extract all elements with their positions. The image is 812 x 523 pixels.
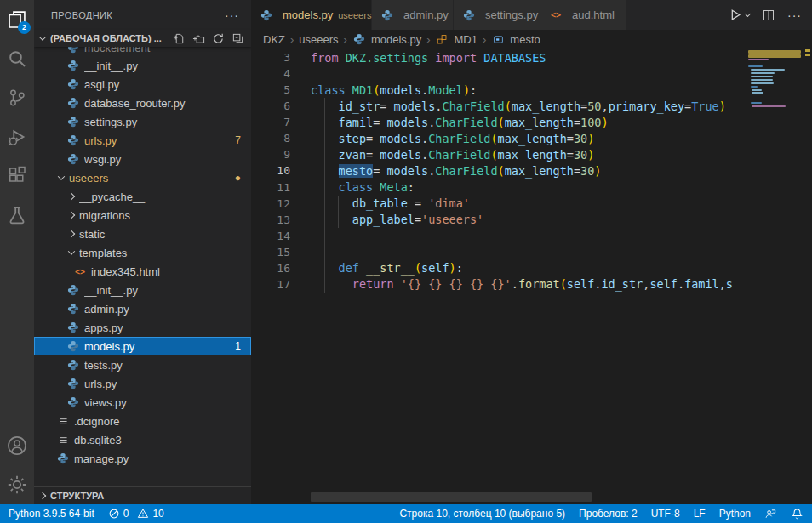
tree-file-urls.py[interactable]: urls.py [34,374,251,393]
tab-models.py[interactable]: models.pyuseeers1× [251,0,372,30]
code-line-6: 6 id_str= models.CharField(max_length=50… [251,98,747,114]
tree-item-label: static [79,228,251,241]
run-python-file-icon[interactable] [728,8,750,22]
tree-file-settings.py[interactable]: settings.py [34,112,251,131]
tree-file-__init__.py[interactable]: __init__.py [34,56,251,75]
statusbar-python-interpreter[interactable]: Python 3.9.5 64-bit [9,508,94,520]
activity-search[interactable] [0,39,34,78]
tree-file-__init__.py[interactable]: __init__.py [34,281,251,299]
code-token: 30 [580,164,594,178]
code-token [394,277,401,291]
activity-explorer[interactable]: 2 [0,0,34,39]
code-line-3: 3from DKZ.settings import DATABASES [251,49,747,65]
code-token: __str__ [366,261,415,275]
activity-run-debug[interactable] [0,117,34,156]
tree-file-models.py[interactable]: models.py1 [34,337,251,355]
tree-folder-useeers[interactable]: useeers● [34,168,251,187]
tree-file-asgi.py[interactable]: asgi.py [34,75,251,94]
line-number: 16 [251,262,290,275]
tree-folder-__pycache__[interactable]: __pycache__ [34,187,251,206]
chevron-down-icon [58,173,65,179]
code-token: app_label [352,213,415,226]
file-file-icon [56,435,70,446]
code-token: : [470,83,477,97]
code-token: ) [719,99,726,113]
tree-folder-migrations[interactable]: migrations [34,206,251,225]
activity-source-control[interactable] [0,78,34,117]
tree-file-apps.py[interactable]: apps.py [34,318,251,337]
tree-file-database_roouter.py[interactable]: database_roouter.py [34,94,251,112]
statusbar-eol[interactable]: LF [694,508,706,520]
tab-description: useeers [338,10,371,20]
activity-settings-gear[interactable] [0,465,34,504]
code-text: from DKZ.settings import DATABASES [290,51,546,65]
code-token: max_length [505,116,574,129]
breadcrumb-item-MD1[interactable]: MD1 [436,33,477,46]
code-editor[interactable]: 3from DKZ.settings import DATABASES45cla… [251,48,747,492]
breadcrumb-separator: › [426,33,430,46]
field-symbol-icon [491,34,505,45]
tab-aud.html[interactable]: <>aud.html [540,0,627,30]
code-token [359,261,366,275]
code-text: app_label='useeers' [290,213,483,226]
python-file-icon [66,97,80,109]
minimap-line [751,79,774,81]
tree-file-manage.py[interactable]: manage.py [34,449,251,468]
new-file-icon[interactable] [173,32,186,45]
tree-item-label: templates [79,247,251,259]
breadcrumb-item-DKZ[interactable]: DKZ [263,33,285,46]
statusbar-problems[interactable]: 010 [108,508,164,520]
tree-folder-templates[interactable]: templates [34,243,251,262]
tree-file-urls.py[interactable]: urls.py7 [34,131,251,150]
statusbar-feedback[interactable] [764,508,777,520]
tree-file-.dcignore[interactable]: .dcignore [34,412,251,430]
breadcrumb-separator: › [483,33,486,46]
tab-admin.py[interactable]: admin.py [372,0,454,30]
split-editor-icon[interactable] [762,9,775,22]
tree-item-label: mockelement [84,47,251,54]
minimap[interactable] [747,48,804,492]
code-token: CharField [428,148,490,162]
tree-file-wsgi.py[interactable]: wsgi.py [34,150,251,168]
breadcrumb-item-mesto[interactable]: mesto [491,33,540,46]
statusbar-encoding[interactable]: UTF-8 [651,508,680,520]
code-token: primary_key [609,99,684,113]
refresh-icon[interactable] [212,32,225,45]
code-token: class [311,83,346,97]
breadcrumb-item-useeers[interactable]: useeers [299,33,338,46]
tree-file-tests.py[interactable]: tests.py [34,355,251,374]
tree-file-index345.html[interactable]: <>index345.html [34,262,251,281]
tree-file-admin.py[interactable]: admin.py [34,299,251,318]
outline-section-header[interactable]: СТРУКТУРА [34,486,251,504]
breadcrumb-item-models.py[interactable]: models.py [352,33,421,46]
breadcrumb-label: useeers [299,33,338,46]
workspace-section-header[interactable]: (РАБОЧАЯ ОБЛАСТЬ) ... [34,30,251,47]
code-token: self [649,277,678,291]
collapse-all-icon[interactable] [232,32,244,45]
activity-extensions[interactable] [0,156,34,196]
code-text: class MD1(models.Model): [290,83,477,97]
activity-accounts[interactable] [0,426,34,465]
tree-file-views.py[interactable]: views.py [34,393,251,412]
statusbar-indentation[interactable]: Пробелов: 2 [579,508,638,520]
tree-folder-static[interactable]: static [34,225,251,243]
tree-item-label: settings.py [84,116,251,128]
activity-testing[interactable] [0,196,34,235]
warning-count: 10 [152,508,163,520]
code-token: s [726,277,733,291]
statusbar-language-mode[interactable]: Python [719,508,751,520]
tree-file-mockelement[interactable]: mockelement [34,47,251,56]
new-folder-icon[interactable] [192,32,205,45]
tree-file-db.sqlite3[interactable]: db.sqlite3 [34,430,251,449]
code-token: . [435,99,442,113]
more-actions-icon[interactable]: ··· [787,9,802,22]
code-token: return [352,277,394,291]
statusbar-notifications-bell[interactable] [791,508,803,520]
code-line-17: 17 return '{} {} {} {} {}'.format(self.i… [251,276,747,293]
horizontal-scrollbar[interactable] [311,492,592,502]
tree-row-inner: templates [34,243,251,262]
statusbar-cursor-position[interactable]: Строка 10, столбец 10 (выбрано 5) [399,508,565,520]
tab-settings.py[interactable]: settings.py [454,0,540,30]
explorer-more-actions-icon[interactable]: ··· [225,9,239,22]
tree-row-inner: __init__.py [34,56,251,75]
